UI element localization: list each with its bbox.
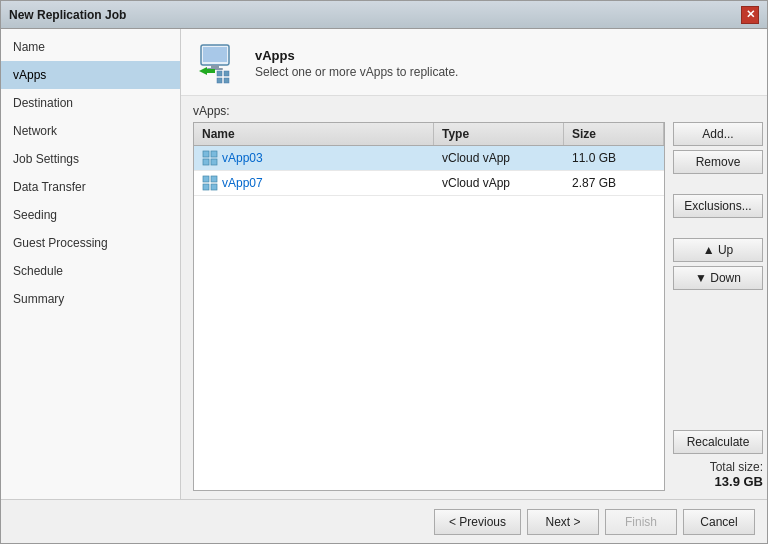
- svg-rect-16: [211, 184, 217, 190]
- sidebar-item-guest-processing[interactable]: Guest Processing: [1, 229, 180, 257]
- remove-button[interactable]: Remove: [673, 150, 763, 174]
- main-panel: vApps Select one or more vApps to replic…: [181, 29, 767, 499]
- sidebar-item-job-settings[interactable]: Job Settings: [1, 145, 180, 173]
- action-buttons: Add... Remove Exclusions... ▲ Up ▼ Down …: [673, 122, 763, 491]
- svg-rect-11: [203, 159, 209, 165]
- vapps-table: Name Type Size vApp03vCloud vApp11.0 GB …: [193, 122, 665, 491]
- vapps-header-icon: [195, 39, 243, 87]
- svg-rect-1: [203, 47, 227, 62]
- vapps-label: vApps:: [193, 104, 763, 118]
- cancel-button[interactable]: Cancel: [683, 509, 755, 535]
- up-arrow-icon: ▲: [703, 243, 715, 257]
- exclusions-button[interactable]: Exclusions...: [673, 194, 763, 218]
- row-size-1: 2.87 GB: [564, 172, 664, 194]
- svg-rect-5: [217, 71, 222, 76]
- vapps-section: vApps: Name Type Size vApp03: [181, 96, 767, 499]
- sidebar-item-summary[interactable]: Summary: [1, 285, 180, 313]
- header-title: vApps: [255, 48, 458, 63]
- table-row[interactable]: vApp07vCloud vApp2.87 GB: [194, 171, 664, 196]
- title-bar: New Replication Job ✕: [1, 1, 767, 29]
- total-size-label: Total size:: [673, 460, 763, 474]
- vapp-row-icon: [202, 150, 218, 166]
- sidebar-item-network[interactable]: Network: [1, 117, 180, 145]
- table-row[interactable]: vApp03vCloud vApp11.0 GB: [194, 146, 664, 171]
- svg-rect-15: [203, 184, 209, 190]
- row-name-text: vApp03: [222, 151, 263, 165]
- content-area: NamevAppsDestinationNetworkJob SettingsD…: [1, 29, 767, 499]
- up-button[interactable]: ▲ Up: [673, 238, 763, 262]
- next-button[interactable]: Next >: [527, 509, 599, 535]
- down-arrow-icon: ▼: [695, 271, 707, 285]
- table-body: vApp03vCloud vApp11.0 GB vApp07vCloud vA…: [194, 146, 664, 490]
- row-name-0: vApp03: [194, 146, 434, 170]
- down-button[interactable]: ▼ Down: [673, 266, 763, 290]
- row-size-0: 11.0 GB: [564, 147, 664, 169]
- row-name-1: vApp07: [194, 171, 434, 195]
- vapp-icon-svg: [197, 41, 241, 85]
- row-type-0: vCloud vApp: [434, 147, 564, 169]
- svg-rect-8: [224, 78, 229, 83]
- sidebar: NamevAppsDestinationNetworkJob SettingsD…: [1, 29, 181, 499]
- svg-rect-10: [211, 151, 217, 157]
- total-size-value: 13.9 GB: [673, 474, 763, 489]
- table-header: Name Type Size: [194, 123, 664, 146]
- svg-rect-9: [203, 151, 209, 157]
- svg-rect-14: [211, 176, 217, 182]
- close-button[interactable]: ✕: [741, 6, 759, 24]
- vapp-row-icon: [202, 175, 218, 191]
- sidebar-item-name[interactable]: Name: [1, 33, 180, 61]
- col-header-type: Type: [434, 123, 564, 145]
- window-title: New Replication Job: [9, 8, 126, 22]
- header-text: vApps Select one or more vApps to replic…: [255, 48, 458, 79]
- header-section: vApps Select one or more vApps to replic…: [181, 29, 767, 96]
- total-size-area: Total size: 13.9 GB: [673, 458, 763, 491]
- col-header-size: Size: [564, 123, 664, 145]
- row-type-1: vCloud vApp: [434, 172, 564, 194]
- row-name-text: vApp07: [222, 176, 263, 190]
- col-header-name: Name: [194, 123, 434, 145]
- svg-rect-7: [217, 78, 222, 83]
- svg-rect-12: [211, 159, 217, 165]
- sidebar-item-schedule[interactable]: Schedule: [1, 257, 180, 285]
- finish-button[interactable]: Finish: [605, 509, 677, 535]
- footer: < Previous Next > Finish Cancel: [1, 499, 767, 543]
- sidebar-item-data-transfer[interactable]: Data Transfer: [1, 173, 180, 201]
- sidebar-item-vapps[interactable]: vApps: [1, 61, 180, 89]
- add-button[interactable]: Add...: [673, 122, 763, 146]
- sidebar-item-destination[interactable]: Destination: [1, 89, 180, 117]
- header-subtitle: Select one or more vApps to replicate.: [255, 65, 458, 79]
- previous-button[interactable]: < Previous: [434, 509, 521, 535]
- recalculate-button[interactable]: Recalculate: [673, 430, 763, 454]
- svg-rect-2: [211, 65, 219, 68]
- vapps-body: Name Type Size vApp03vCloud vApp11.0 GB …: [193, 122, 763, 491]
- svg-rect-6: [224, 71, 229, 76]
- main-window: New Replication Job ✕ NamevAppsDestinati…: [0, 0, 768, 544]
- svg-rect-13: [203, 176, 209, 182]
- sidebar-item-seeding[interactable]: Seeding: [1, 201, 180, 229]
